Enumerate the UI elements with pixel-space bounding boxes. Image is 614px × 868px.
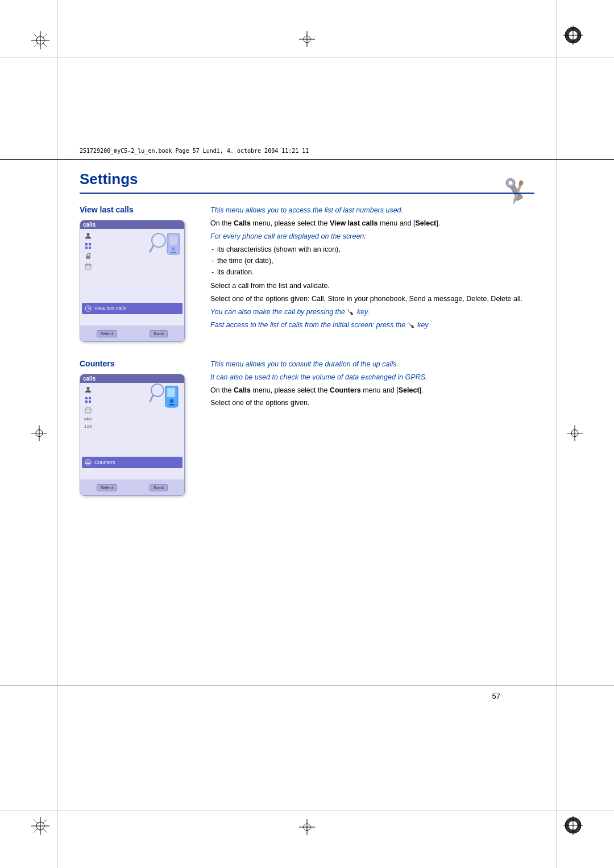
counters-selected-label: Counters [94, 460, 115, 465]
svg-line-33 [150, 245, 154, 252]
counters-select-bold: Select [399, 386, 420, 394]
counters-calls-bold: Calls [234, 386, 251, 394]
counters-intro: This menu allows you to consult the dura… [210, 359, 534, 370]
view-last-calls-left: View last calls calls [80, 205, 193, 342]
svg-rect-26 [86, 256, 90, 259]
left-vertical-line [57, 0, 57, 868]
svg-rect-30 [89, 264, 90, 265]
footer-divider [0, 686, 614, 686]
counters-para1: On the Calls menu, please select the Cou… [210, 385, 534, 396]
phone-grid-icon [84, 242, 92, 250]
svg-rect-25 [89, 247, 91, 249]
svg-rect-45 [89, 400, 91, 403]
svg-rect-54 [169, 404, 175, 406]
phone-icon-row-4 [82, 261, 182, 272]
file-info-text: 251729200_myC5-2_lu_en.book Page 57 Lund… [80, 148, 309, 154]
view-last-calls-bold: View last calls [330, 219, 378, 227]
counters-back-btn: Back [150, 484, 168, 491]
svg-point-41 [87, 387, 90, 390]
svg-rect-57 [86, 463, 90, 464]
view-last-calls-description: This menu allows you to access the list … [210, 205, 534, 342]
phone-decorative-graphic [148, 232, 181, 257]
svg-line-4 [43, 43, 47, 47]
svg-rect-22 [85, 243, 88, 245]
page-number: 57 [492, 692, 500, 700]
svg-rect-42 [85, 397, 88, 399]
left-middle-registration-mark [31, 425, 47, 443]
top-left-registration-mark [31, 31, 49, 51]
phone-person-icon [84, 232, 92, 240]
bullet-time: the time (or date), [210, 255, 534, 266]
phone-select-btn: Select [97, 330, 117, 337]
svg-rect-56 [88, 461, 89, 463]
svg-rect-37 [171, 252, 176, 253]
view-last-calls-para2: Select a call from the list and validate… [210, 281, 534, 291]
svg-point-36 [172, 247, 175, 251]
counters-description: This menu allows you to consult the dura… [210, 359, 534, 496]
svg-line-50 [150, 395, 153, 402]
svg-line-5 [43, 34, 47, 38]
bottom-left-registration-mark [31, 817, 49, 837]
counters-grid-icon [84, 396, 92, 404]
phone-buttons-bar: Select Back [80, 326, 184, 341]
svg-rect-35 [169, 235, 178, 245]
svg-point-32 [154, 235, 164, 245]
main-content: Settings View last calls calls [80, 170, 534, 675]
svg-rect-29 [86, 264, 88, 265]
phone-clock-icon [84, 304, 92, 312]
view-last-calls-para1: On the Calls menu, please select the Vie… [210, 218, 534, 229]
phone-lock-icon [84, 252, 92, 260]
right-vertical-line [557, 0, 557, 868]
svg-point-53 [170, 399, 174, 403]
counters-left: Counters calls [80, 359, 193, 496]
select-bold: Select [415, 219, 436, 227]
right-middle-registration-mark [567, 425, 583, 443]
view-last-calls-italic2: For every phone call are displayed on th… [210, 231, 534, 242]
phone-calendar-icon [84, 262, 92, 270]
svg-point-21 [87, 233, 90, 236]
counters-calendar-icon [84, 406, 92, 414]
header-divider [0, 159, 614, 160]
counters-mic-icon: abc [84, 416, 92, 422]
svg-rect-27 [85, 264, 91, 269]
counters-phone-row-4: abc [82, 415, 182, 423]
counters-para2: Select one of the options given. [210, 398, 534, 408]
counters-person-icon [84, 386, 92, 394]
phone-selected-label: View last calls [94, 306, 126, 311]
svg-rect-46 [85, 408, 91, 413]
svg-rect-24 [85, 247, 88, 249]
view-last-calls-intro: This menu allows you to access the list … [210, 205, 534, 216]
counters-phone-buttons: Select Back [80, 479, 184, 495]
top-right-registration-mark [563, 26, 583, 47]
bottom-right-registration-mark [563, 816, 583, 837]
counters-num-icon: 123 [84, 424, 92, 429]
phone-selected-row: View last calls [82, 303, 182, 314]
counters-phone-mockup: calls [80, 374, 185, 496]
top-horizontal-line [0, 57, 614, 57]
bottom-center-registration-mark [299, 819, 315, 837]
phone-screen-title: calls [80, 220, 184, 229]
top-center-registration-mark [299, 31, 315, 49]
counters-header: Counters [80, 359, 193, 368]
view-last-calls-header: View last calls [80, 205, 193, 214]
counters-italic2: It can also be used to check the volume … [210, 372, 534, 383]
bottom-horizontal-line [0, 811, 614, 811]
view-last-calls-section: View last calls calls [80, 205, 534, 342]
counters-screen-title: calls [80, 374, 184, 383]
svg-line-63 [43, 819, 47, 824]
counters-selected-icon [84, 458, 92, 466]
counters-select-btn: Select [97, 484, 117, 491]
counters-section: Counters calls [80, 359, 534, 496]
svg-line-6 [34, 43, 38, 47]
svg-rect-43 [89, 397, 91, 399]
svg-rect-52 [167, 388, 175, 397]
svg-line-61 [34, 819, 38, 824]
svg-line-64 [34, 828, 38, 833]
view-last-calls-phone-mockup: calls [80, 220, 185, 342]
bullet-duration: its duration. [210, 266, 534, 278]
counters-bold: Counters [330, 386, 361, 394]
view-last-calls-italic4: Fast access to the list of calls from th… [210, 320, 534, 331]
bullet-characteristics: its characteristics (shown with an icon)… [210, 244, 534, 255]
page-title: Settings [80, 170, 534, 188]
svg-rect-44 [85, 400, 88, 403]
